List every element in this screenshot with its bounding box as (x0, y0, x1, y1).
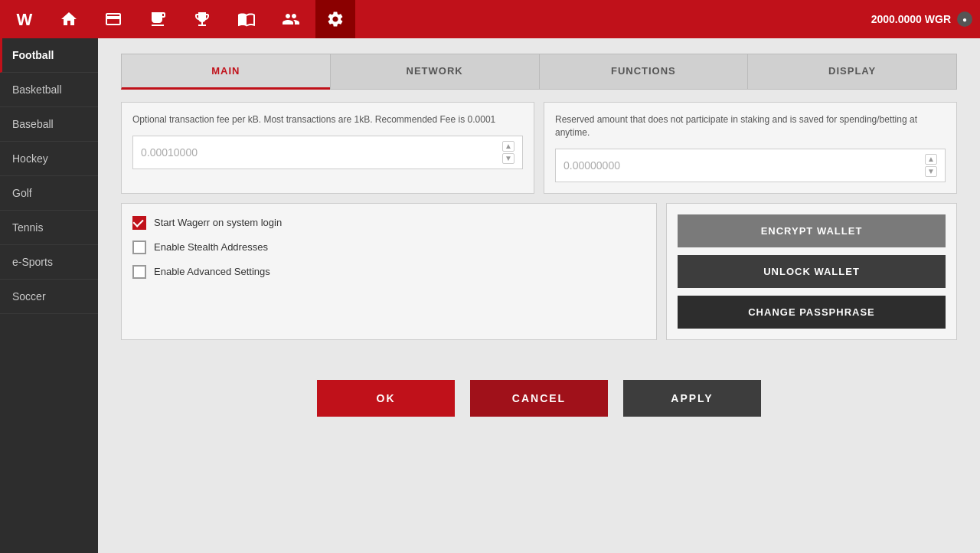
reserve-description: Reserved amount that does not participat… (555, 113, 946, 139)
checkbox-system-login-label: Start Wagerr on system login (154, 217, 282, 228)
checkbox-stealth-addresses[interactable] (132, 241, 146, 254)
reserve-input-container: ▲ ▼ (555, 149, 946, 182)
main-layout: Football Basketball Baseball Hockey Golf… (0, 38, 980, 553)
apply-button[interactable]: APPLY (623, 380, 761, 417)
tab-functions[interactable]: FUNCTIONS (539, 54, 748, 90)
sidebar-item-hockey[interactable]: Hockey (0, 142, 98, 176)
tab-display[interactable]: DISPLAY (747, 54, 957, 90)
encrypt-wallet-button[interactable]: ENCRYPT WALLET (678, 214, 946, 247)
checkbox-row-login: Start Wagerr on system login (132, 216, 645, 230)
reserve-input[interactable] (564, 159, 925, 172)
ok-button[interactable]: OK (317, 380, 455, 417)
checkbox-advanced-settings-label: Enable Advanced Settings (154, 266, 270, 277)
sidebar-item-basketball[interactable]: Basketball (0, 73, 98, 107)
bottom-actions: OK CANCEL APPLY (121, 349, 957, 432)
change-passphrase-button[interactable]: CHANGE PASSPHRASE (678, 296, 946, 329)
users-nav-button[interactable] (271, 0, 311, 38)
tab-main[interactable]: MAIN (121, 54, 330, 90)
checkbox-advanced-settings[interactable] (132, 265, 146, 279)
home-nav-button[interactable] (49, 0, 89, 38)
top-navigation: W 2000.0000 WGR ● (0, 0, 980, 38)
checkbox-stealth-addresses-label: Enable Stealth Addresses (154, 241, 268, 253)
news-nav-button[interactable] (138, 0, 178, 38)
wallet-buttons-panel: ENCRYPT WALLET UNLOCK WALLET CHANGE PASS… (666, 203, 957, 340)
reserve-spinbox-arrows: ▲ ▼ (925, 154, 937, 177)
nav-icon-group (49, 0, 871, 38)
tab-network[interactable]: NETWORK (330, 54, 539, 90)
settings-content: MAIN NETWORK FUNCTIONS DISPLAY Optional … (98, 38, 980, 553)
sidebar-item-esports[interactable]: e-Sports (0, 245, 98, 280)
balance-value: 2000.0000 WGR (871, 13, 951, 25)
sidebar-item-tennis[interactable]: Tennis (0, 211, 98, 245)
fee-spinbox-arrows: ▲ ▼ (502, 141, 514, 164)
checkboxes-panel: Start Wagerr on system login Enable Stea… (121, 203, 657, 340)
fee-description: Optional transaction fee per kB. Most tr… (132, 113, 523, 126)
checkbox-system-login[interactable] (132, 216, 146, 230)
sidebar-item-football[interactable]: Football (0, 38, 98, 73)
trophy-nav-button[interactable] (182, 0, 222, 38)
cancel-button[interactable]: CANCEL (470, 380, 608, 417)
checkbox-row-stealth: Enable Stealth Addresses (132, 241, 645, 254)
user-avatar-icon: ● (957, 11, 972, 27)
checkbox-wallet-row: Start Wagerr on system login Enable Stea… (121, 203, 957, 340)
sidebar-item-baseball[interactable]: Baseball (0, 107, 98, 142)
svg-text:W: W (17, 10, 33, 29)
wallet-nav-button[interactable] (93, 0, 133, 38)
sidebar-item-golf[interactable]: Golf (0, 176, 98, 211)
book-nav-button[interactable] (227, 0, 266, 38)
settings-nav-button[interactable] (315, 0, 355, 38)
app-logo[interactable]: W (8, 2, 41, 36)
unlock-wallet-button[interactable]: UNLOCK WALLET (678, 255, 946, 288)
balance-display: 2000.0000 WGR ● (871, 11, 972, 27)
sidebar-item-soccer[interactable]: Soccer (0, 280, 98, 314)
reserve-decrement-button[interactable]: ▼ (925, 166, 937, 177)
sidebar: Football Basketball Baseball Hockey Golf… (0, 38, 98, 553)
checkbox-row-advanced: Enable Advanced Settings (132, 265, 645, 279)
reserve-panel: Reserved amount that does not participat… (544, 102, 957, 194)
settings-tabs: MAIN NETWORK FUNCTIONS DISPLAY (121, 54, 957, 90)
fee-decrement-button[interactable]: ▼ (502, 153, 514, 164)
fee-input-container: ▲ ▼ (132, 136, 523, 169)
fee-input[interactable] (141, 146, 502, 159)
reserve-increment-button[interactable]: ▲ (925, 154, 937, 165)
fee-reserve-row: Optional transaction fee per kB. Most tr… (121, 102, 957, 194)
fee-panel: Optional transaction fee per kB. Most tr… (121, 102, 534, 194)
fee-increment-button[interactable]: ▲ (502, 141, 514, 152)
